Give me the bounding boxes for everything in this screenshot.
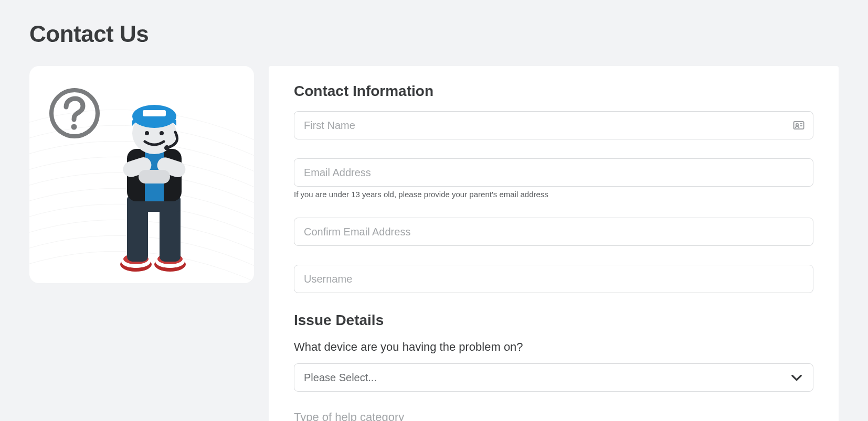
first-name-input[interactable] <box>294 111 813 139</box>
confirm-email-field-wrap <box>294 218 813 246</box>
svg-rect-15 <box>139 170 170 183</box>
first-name-field-wrap <box>294 111 813 139</box>
help-category-label: Type of help category <box>294 411 813 421</box>
svg-point-19 <box>145 131 149 135</box>
contact-form-card: Contact Information If you are under 13 … <box>269 66 839 421</box>
page-title: Contact Us <box>29 21 839 47</box>
svg-point-1 <box>71 124 77 130</box>
contact-info-heading: Contact Information <box>294 83 813 100</box>
issue-details-heading: Issue Details <box>294 312 813 329</box>
contact-card-icon <box>792 119 805 132</box>
confirm-email-input[interactable] <box>294 218 813 246</box>
email-hint-text: If you are under 13 years old, please pr… <box>294 190 813 199</box>
device-question-label: What device are you having the problem o… <box>294 340 813 354</box>
device-select-wrap: Please Select... <box>294 363 813 392</box>
svg-point-23 <box>796 124 798 126</box>
question-mark-icon <box>48 87 101 139</box>
svg-point-21 <box>164 145 170 150</box>
svg-point-20 <box>160 131 164 135</box>
device-select-value: Please Select... <box>304 372 377 384</box>
device-select[interactable]: Please Select... <box>294 363 813 392</box>
help-illustration-card <box>29 66 254 283</box>
email-input[interactable] <box>294 158 813 187</box>
username-input[interactable] <box>294 265 813 293</box>
username-field-wrap <box>294 265 813 293</box>
svg-rect-18 <box>143 110 166 116</box>
roblox-support-avatar <box>102 91 207 275</box>
email-field-wrap <box>294 158 813 187</box>
